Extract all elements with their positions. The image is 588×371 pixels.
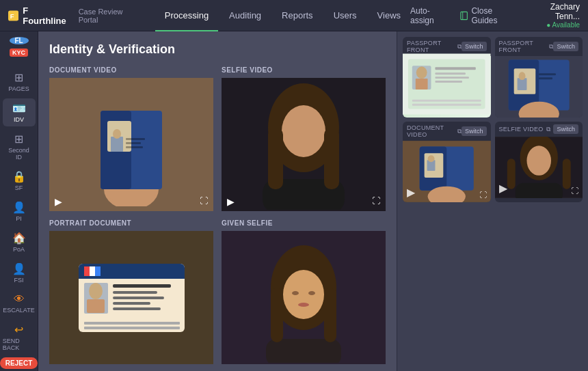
send-back-button[interactable]: ↩ SEND BACK [0, 320, 38, 355]
svg-rect-76 [507, 159, 515, 189]
expand-icon[interactable]: ⛶ [200, 196, 208, 207]
panel-row-2: DOCUMENT VIDEO ⧉ Switch [403, 122, 583, 202]
document-video-label: DOCUMENT VIDEO [49, 66, 213, 74]
sf-icon: 🔒 [12, 170, 26, 183]
passport-front-image-1 [403, 56, 491, 118]
svg-rect-33 [113, 307, 161, 310]
selfie-video-thumbnail[interactable]: ▶ ⛶ [495, 137, 583, 198]
svg-rect-49 [416, 79, 428, 90]
svg-rect-41 [324, 288, 336, 342]
sidebar-item-pages[interactable]: ⊞ PAGES [3, 68, 36, 96]
sidebar-item-sf[interactable]: 🔒 SF [3, 167, 36, 195]
svg-rect-40 [271, 288, 283, 342]
svg-point-43 [308, 291, 315, 295]
sidebar-label-poa: PoA [13, 246, 25, 253]
svg-rect-53 [435, 81, 462, 83]
media-grid: DOCUMENT VIDEO [49, 66, 386, 364]
sidebar-label-idv: IDV [14, 116, 24, 123]
play-icon[interactable]: ▶ [55, 196, 62, 207]
auto-assign-button[interactable]: Auto-assign [410, 6, 451, 25]
fsi-icon: 👤 [12, 262, 26, 275]
sidebar-item-poa[interactable]: 🏠 PoA [3, 228, 36, 256]
sidebar-item-fsi[interactable]: 👤 FSI [3, 259, 36, 287]
sidebar-item-pi[interactable]: 👤 PI [3, 197, 36, 225]
user-info: Zachary Tenn... ● Available [526, 2, 580, 29]
given-selfie-image[interactable] [222, 231, 386, 364]
nav-processing[interactable]: Processing [155, 0, 218, 31]
svg-rect-9 [111, 137, 123, 152]
portrait-doc-label: PORTRAIT DOCUMENT [49, 219, 213, 227]
case-review-label: Case Review Portal [79, 8, 142, 24]
selfie-video-expand-icon[interactable]: ⛶ [571, 187, 578, 195]
passport-svg-2 [495, 56, 583, 118]
document-video-player[interactable]: ▶ ⛶ [49, 78, 213, 211]
svg-rect-34 [84, 322, 180, 325]
close-guides-button[interactable]: Close Guides [459, 6, 518, 25]
svg-point-42 [292, 291, 299, 295]
poa-icon: 🏠 [12, 232, 26, 245]
svg-point-48 [416, 66, 427, 79]
selfie-video-section: SELFIE VIDEO [222, 66, 386, 211]
video-controls: ▶ ⛶ [49, 196, 213, 207]
selfie-video-player[interactable]: ▶ ⛶ [222, 78, 386, 211]
escalate-button[interactable]: 👁 ESCALATE [0, 290, 37, 317]
nav-users[interactable]: Users [324, 0, 366, 31]
doc-video-thumb-svg [403, 141, 491, 202]
svg-rect-35 [84, 327, 180, 329]
svg-point-27 [89, 283, 103, 299]
selfie-expand-icon[interactable]: ⛶ [372, 196, 380, 207]
avatar: FL [10, 37, 29, 44]
sidebar-label-sf: SF [15, 184, 23, 191]
svg-rect-63 [539, 77, 552, 79]
svg-rect-23 [84, 266, 90, 276]
selfie-video-play-icon[interactable]: ▶ [499, 182, 507, 195]
passport-svg-1 [403, 53, 491, 115]
sidebar-label-pi: PI [16, 215, 22, 222]
svg-point-16 [282, 105, 325, 157]
svg-rect-12 [126, 142, 141, 144]
sidebar-item-second-id[interactable]: ⊞ Second ID [3, 129, 36, 164]
send-back-icon: ↩ [14, 323, 23, 336]
user-status: ● Available [526, 21, 580, 29]
nav-auditing[interactable]: Auditing [219, 0, 271, 31]
brand-logo: F F Fourthline [8, 5, 72, 26]
svg-rect-54 [412, 100, 481, 102]
switch-button-3[interactable]: Switch [462, 126, 487, 136]
svg-point-38 [283, 270, 324, 319]
user-name: Zachary Tenn... [526, 2, 580, 21]
switch-button-2[interactable]: Switch [553, 42, 578, 51]
svg-point-70 [428, 155, 435, 162]
passport-front-card-1: PASSPORT FRONT ⧉ Switch [403, 37, 491, 118]
fourthline-logo-icon: F [8, 10, 18, 21]
svg-rect-50 [435, 67, 475, 70]
doc-video-thumbnail[interactable]: ▶ ⛶ [403, 141, 491, 202]
selfie-video-controls: ▶ ⛶ [222, 196, 386, 207]
passport-front-label-1: PASSPORT FRONT [407, 40, 457, 53]
switch-button-4[interactable]: Switch [553, 124, 578, 134]
svg-rect-75 [515, 183, 562, 198]
reject-button[interactable]: REJECT [0, 357, 38, 369]
sidebar-item-idv[interactable]: 🪪 IDV [3, 98, 36, 126]
doc-video-expand-icon[interactable]: ⛶ [479, 191, 487, 199]
svg-rect-39 [266, 339, 341, 363]
sidebar: FL KYC ⊞ PAGES 🪪 IDV ⊞ Second ID 🔒 SF 👤 … [0, 31, 38, 371]
kyc-badge[interactable]: KYC [10, 49, 28, 57]
doc-video-play-icon[interactable]: ▶ [407, 186, 415, 199]
svg-rect-52 [435, 77, 468, 79]
escalate-icon: 👁 [14, 293, 25, 305]
brand-name: F Fourthline [23, 5, 71, 26]
svg-rect-30 [113, 291, 157, 294]
svg-rect-28 [87, 299, 105, 313]
nav-reports[interactable]: Reports [272, 0, 323, 31]
svg-point-44 [298, 303, 309, 307]
selfie-play-icon[interactable]: ▶ [227, 196, 235, 207]
svg-point-74 [526, 146, 551, 175]
svg-rect-31 [113, 297, 164, 299]
book-icon [459, 11, 468, 20]
nav-views[interactable]: Views [368, 0, 410, 31]
svg-rect-13 [126, 146, 143, 148]
document-video-thumb [70, 83, 193, 206]
switch-button-1[interactable]: Switch [462, 42, 487, 51]
selfie-video-label: SELFIE VIDEO [222, 66, 386, 74]
portrait-doc-image[interactable] [49, 231, 213, 364]
